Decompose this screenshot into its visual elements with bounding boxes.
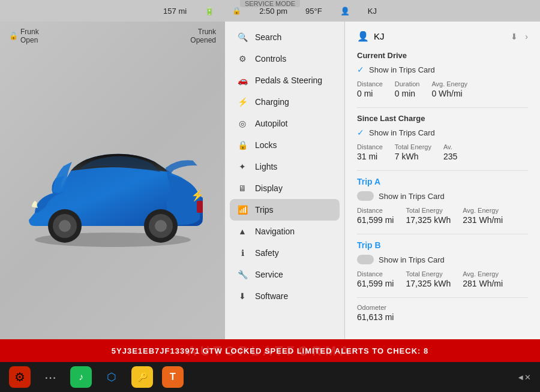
taskbar-settings-icon[interactable]: ⚙ — [9, 366, 31, 388]
distance-value: 0 mi — [357, 89, 383, 98]
avg-energy-label: Avg. Energy — [431, 80, 467, 88]
since-charge-avg-value: 235 — [443, 152, 457, 161]
trip-b-title: Trip B — [357, 240, 528, 250]
download-icon[interactable]: ⬇ — [511, 32, 518, 41]
charging-indicator: ⚡ — [191, 189, 204, 202]
menu-item-lights[interactable]: ✦ Lights — [225, 156, 344, 177]
since-charge-avg: Av. 235 — [443, 143, 457, 161]
user-actions[interactable]: ⬇ › — [511, 32, 528, 41]
taskbar-spotify-icon[interactable]: ♪ — [70, 366, 92, 388]
service-mode-tag: SERVICE MODE — [240, 0, 300, 7]
menu-panel: 🔍 Search ⚙ Controls 🚗 Pedals & Steering … — [225, 22, 345, 339]
user-display: KJ — [368, 7, 377, 16]
menu-item-software[interactable]: ⬇ Software — [225, 285, 344, 307]
menu-item-autopilot[interactable]: ◎ Autopilot — [225, 113, 344, 134]
trunk-status: Trunk Opened — [190, 28, 216, 44]
duration-label: Duration — [395, 80, 420, 88]
software-icon: ⬇ — [237, 291, 248, 301]
current-drive-duration: Duration 0 min — [395, 80, 420, 98]
trip-b-section: Trip B Show in Trips Card Distance 61,59… — [357, 240, 528, 288]
car-panel: 🔓 Frunk Open Trunk Opened — [0, 22, 225, 339]
menu-item-navigation[interactable]: ▲ Navigation — [225, 221, 344, 242]
taskbar-t-icon[interactable]: T — [162, 366, 184, 388]
current-drive-distance: Distance 0 mi — [357, 80, 383, 98]
duration-value: 0 min — [395, 89, 420, 98]
temp-display: 95°F — [305, 7, 322, 16]
taskbar-key-icon[interactable]: 🔑 — [131, 366, 153, 388]
trunk-label: Trunk — [190, 28, 216, 36]
navigation-label: Navigation — [255, 227, 332, 236]
navigation-icon: ▲ — [237, 227, 248, 236]
odometer-label: Odometer — [357, 304, 394, 311]
trip-a-energy: Total Energy 17,325 kWh — [406, 207, 451, 225]
taskbar-more-icon[interactable]: ··· — [40, 366, 61, 388]
car-illustration — [17, 129, 209, 249]
trip-a-section: Trip A Show in Trips Card Distance 61,59… — [357, 177, 528, 225]
trip-b-energy-value: 17,325 kWh — [406, 279, 451, 288]
user-header: 👤 KJ ⬇ › — [357, 31, 528, 42]
info-panel: 👤 KJ ⬇ › Current Drive ✓ Show in Trips C… — [345, 22, 540, 339]
trip-a-title: Trip A — [357, 177, 528, 186]
display-icon: 🖥 — [237, 183, 248, 193]
more-icon[interactable]: › — [525, 32, 528, 41]
autopilot-label: Autopilot — [255, 119, 332, 128]
frunk-open-status: Open — [20, 36, 39, 44]
autopilot-icon: ◎ — [237, 119, 248, 128]
since-charge-distance-value: 31 mi — [357, 152, 383, 161]
menu-item-locks[interactable]: 🔒 Locks — [225, 134, 344, 156]
volume-icon: ◄✕ — [517, 373, 531, 382]
since-last-charge-checkmark: ✓ — [357, 128, 364, 137]
menu-item-display[interactable]: 🖥 Display — [225, 177, 344, 199]
divider-1 — [357, 107, 528, 108]
status-bar: SERVICE MODE 157 mi 🔋 🔒 2:50 pm 95°F 👤 K… — [0, 0, 540, 22]
since-charge-distance-label: Distance — [357, 143, 383, 150]
software-label: Software — [255, 291, 332, 301]
current-drive-show-trips-label: Show in Trips Card — [369, 65, 435, 74]
lights-icon: ✦ — [237, 162, 248, 171]
since-charge-energy-label: Total Energy — [395, 143, 431, 150]
display-label: Display — [255, 183, 332, 193]
menu-item-safety[interactable]: ℹ Safety — [225, 242, 344, 264]
menu-item-controls[interactable]: ⚙ Controls — [225, 48, 344, 70]
time-display: 2:50 pm — [259, 7, 287, 16]
pedals-label: Pedals & Steering — [255, 76, 332, 85]
car-status-labels: 🔓 Frunk Open Trunk Opened — [9, 28, 216, 44]
current-drive-avg-energy: Avg. Energy 0 Wh/mi — [431, 80, 467, 98]
trips-icon: 📶 — [237, 205, 248, 215]
trip-b-toggle[interactable] — [357, 255, 374, 264]
locks-icon: 🔒 — [237, 140, 248, 150]
volume-control[interactable]: ◄✕ — [517, 373, 531, 382]
trip-a-distance-value: 61,599 mi — [357, 215, 394, 225]
since-charge-energy-value: 7 kWh — [395, 152, 431, 161]
current-drive-show-trips-row: ✓ Show in Trips Card — [357, 65, 528, 74]
odometer-row: Odometer 61,613 mi — [357, 304, 528, 322]
trip-b-distance-label: Distance — [357, 270, 394, 278]
since-charge-energy: Total Energy 7 kWh — [395, 143, 431, 161]
user-name: KJ — [374, 31, 385, 41]
menu-item-search[interactable]: 🔍 Search — [225, 26, 344, 48]
controls-label: Controls — [255, 54, 332, 64]
taskbar: ⚙ ··· ♪ ⬡ 🔑 T ◄✕ — [0, 362, 540, 392]
trip-b-distance: Distance 61,599 mi — [357, 270, 394, 288]
menu-item-trips[interactable]: 📶 Trips — [230, 199, 340, 221]
service-label: Service — [255, 270, 332, 279]
alert-text: 5YJ3E1EB7JF133971 GTW LOCKED SPEED LIMIT… — [112, 346, 428, 355]
search-label: Search — [255, 32, 332, 42]
menu-item-pedals[interactable]: 🚗 Pedals & Steering — [225, 70, 344, 91]
taskbar-bluetooth-icon[interactable]: ⬡ — [101, 366, 122, 388]
current-drive-title: Current Drive — [357, 51, 528, 60]
menu-item-charging[interactable]: ⚡ Charging — [225, 91, 344, 113]
trip-b-trips-row: Show in Trips Card — [357, 255, 528, 264]
trip-a-energy-value: 17,325 kWh — [406, 215, 451, 225]
menu-item-service[interactable]: 🔧 Service — [225, 264, 344, 285]
trip-a-toggle[interactable] — [357, 191, 374, 201]
svg-rect-7 — [197, 201, 203, 213]
trip-b-avg-energy: Avg. Energy 281 Wh/mi — [463, 270, 503, 288]
frunk-label: Frunk — [20, 28, 39, 36]
since-charge-avg-label: Av. — [443, 143, 457, 150]
user-profile-icon: 👤 — [357, 31, 369, 42]
unlock-icon: 🔓 — [9, 32, 18, 40]
main-area: 🔓 Frunk Open Trunk Opened — [0, 22, 540, 339]
avg-energy-value: 0 Wh/mi — [431, 89, 467, 98]
user-icon: 👤 — [340, 7, 350, 16]
